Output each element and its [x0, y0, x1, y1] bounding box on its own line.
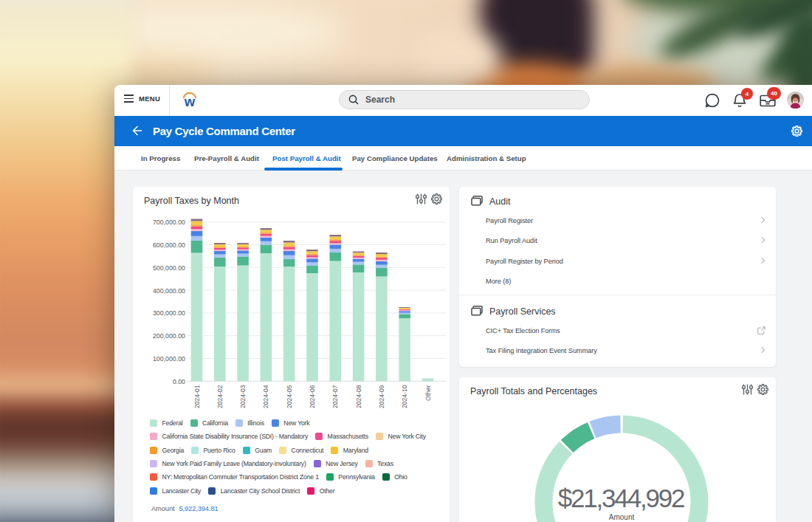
svg-text:700,000.00: 700,000.00 [153, 219, 185, 226]
svg-text:200,000.00: 200,000.00 [153, 332, 185, 340]
svg-text:2024-05: 2024-05 [286, 385, 293, 408]
svg-text:2024-09: 2024-09 [378, 385, 385, 408]
svg-text:0.00: 0.00 [173, 378, 185, 385]
svg-text:2024-03: 2024-03 [239, 385, 247, 408]
svg-text:2024-01: 2024-01 [193, 385, 201, 408]
svg-text:300,000.00: 300,000.00 [153, 309, 185, 317]
svg-text:500,000.00: 500,000.00 [153, 264, 185, 272]
svg-text:100,000.00: 100,000.00 [153, 355, 185, 363]
svg-text:2024-10: 2024-10 [401, 385, 408, 408]
svg-text:2024-04: 2024-04 [262, 385, 269, 408]
svg-text:2024-08: 2024-08 [355, 385, 362, 408]
svg-text:400,000.00: 400,000.00 [153, 287, 185, 295]
svg-text:2024-02: 2024-02 [216, 385, 224, 408]
svg-text:Other: Other [424, 385, 432, 401]
svg-text:2024-06: 2024-06 [309, 385, 316, 408]
svg-text:2024-07: 2024-07 [331, 385, 339, 408]
svg-text:600,000.00: 600,000.00 [153, 241, 185, 249]
svg-text:w: w [184, 94, 196, 109]
